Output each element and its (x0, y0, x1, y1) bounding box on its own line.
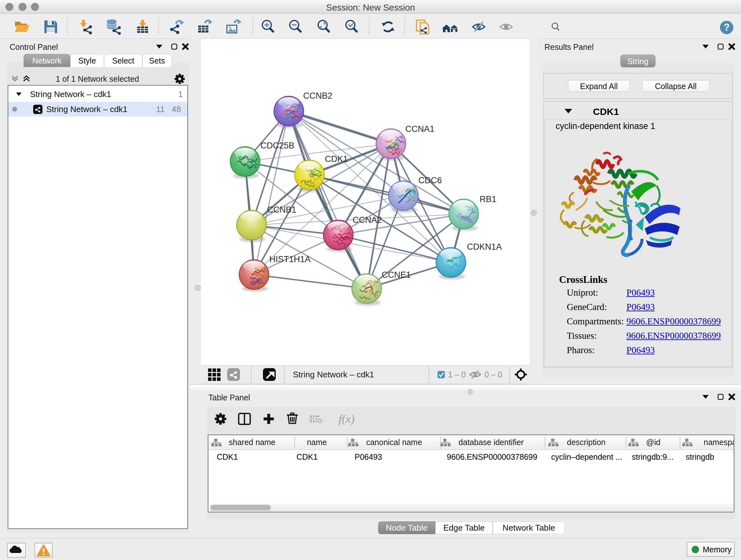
svg-text:String Network – cdk1: String Network – cdk1 (293, 370, 374, 379)
svg-text:database identifier: database identifier (459, 438, 524, 447)
svg-text:0 – 0: 0 – 0 (484, 370, 502, 379)
svg-text:f(x): f(x) (339, 413, 354, 425)
svg-text:RB1: RB1 (480, 194, 496, 204)
svg-text:?: ? (724, 22, 730, 33)
svg-text:48: 48 (172, 105, 181, 114)
svg-text:String Network – cdk1: String Network – cdk1 (46, 105, 127, 114)
svg-text:1 of 1 Network selected: 1 of 1 Network selected (56, 74, 139, 83)
svg-text:CDK1: CDK1 (325, 154, 348, 164)
svg-text:CDKN1A: CDKN1A (467, 242, 502, 252)
svg-text:CCNE1: CCNE1 (382, 270, 411, 280)
svg-text:@id: @id (646, 438, 661, 447)
svg-text:HIST1H1A: HIST1H1A (269, 254, 311, 264)
svg-text:name: name (307, 438, 327, 447)
svg-text:description: description (567, 438, 606, 447)
svg-text:11: 11 (156, 105, 165, 114)
svg-text:shared name: shared name (229, 438, 275, 447)
svg-text:CDC6: CDC6 (418, 176, 442, 185)
svg-text:CDC25B: CDC25B (260, 141, 294, 150)
svg-text:1 – 0: 1 – 0 (448, 370, 466, 379)
svg-text:1: 1 (179, 89, 183, 99)
svg-text:CCNA2: CCNA2 (353, 215, 382, 225)
svg-text:CCNB1: CCNB1 (267, 205, 296, 214)
svg-text:String Network – cdk1: String Network – cdk1 (30, 89, 111, 99)
svg-text:canonical name: canonical name (366, 438, 422, 447)
svg-text:CCNA1: CCNA1 (405, 124, 434, 134)
svg-text:Memory: Memory (703, 545, 732, 554)
svg-text:CCNB2: CCNB2 (303, 91, 333, 101)
svg-text:namespac: namespac (704, 438, 734, 447)
